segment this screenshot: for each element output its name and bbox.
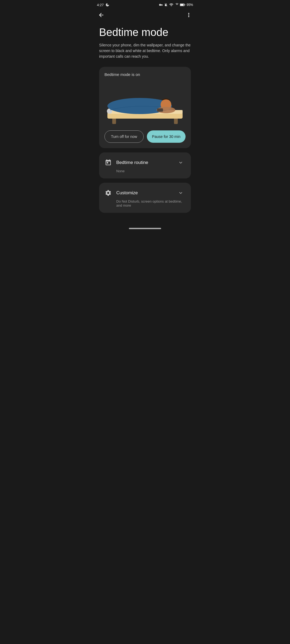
status-bar: 4:27 95% xyxy=(93,0,197,9)
section-header-left-routine: Bedtime routine xyxy=(104,159,148,166)
wifi-icon xyxy=(169,3,173,7)
home-indicator xyxy=(93,224,197,231)
top-bar xyxy=(93,9,197,23)
bedtime-routine-subtitle: None xyxy=(104,169,186,173)
page-title: Bedtime mode xyxy=(99,26,191,38)
status-right: 95% xyxy=(159,3,193,7)
signal-icon xyxy=(175,3,179,7)
more-options-button[interactable] xyxy=(184,11,193,21)
key-icon xyxy=(159,3,163,7)
svg-rect-1 xyxy=(180,4,184,6)
bedtime-routine-expand-button[interactable] xyxy=(176,158,186,167)
bedtime-routine-title: Bedtime routine xyxy=(116,160,148,165)
svg-rect-11 xyxy=(157,108,163,112)
page-description: Silence your phone, dim the wallpaper, a… xyxy=(99,42,191,59)
page-content: Bedtime mode Silence your phone, dim the… xyxy=(93,23,197,224)
gear-icon xyxy=(104,189,112,197)
status-left: 4:27 xyxy=(97,3,110,7)
battery-percent: 95% xyxy=(187,3,193,7)
bedtime-status-text: Bedtime mode is on xyxy=(104,72,186,77)
svg-rect-2 xyxy=(184,4,185,5)
bedtime-routine-card: Bedtime routine None xyxy=(99,152,191,178)
svg-rect-3 xyxy=(112,118,116,124)
card-buttons: Turn off for now Pause for 30 min xyxy=(104,130,186,143)
home-bar xyxy=(129,228,161,229)
section-header-customize: Customize xyxy=(104,188,186,198)
notifications-off-icon xyxy=(164,3,168,7)
calendar-icon xyxy=(104,159,112,166)
turn-off-button[interactable]: Turn off for now xyxy=(104,130,144,143)
customize-title: Customize xyxy=(116,190,138,196)
section-header-routine: Bedtime routine xyxy=(104,158,186,167)
bedtime-mode-card: Bedtime mode is on xyxy=(99,67,191,148)
battery-icon xyxy=(180,3,185,7)
time-display: 4:27 xyxy=(97,3,104,7)
bedtime-status-icon xyxy=(105,3,110,7)
customize-subtitle: Do Not Disturb, screen options at bedtim… xyxy=(104,199,186,207)
pause-button[interactable]: Pause for 30 min xyxy=(147,130,186,143)
bed-illustration-svg xyxy=(105,78,185,124)
customize-card: Customize Do Not Disturb, screen options… xyxy=(99,183,191,213)
svg-rect-4 xyxy=(174,118,178,124)
customize-expand-button[interactable] xyxy=(176,188,186,198)
bedtime-illustration xyxy=(104,81,186,124)
section-header-left-customize: Customize xyxy=(104,189,138,197)
back-button[interactable] xyxy=(97,11,106,21)
